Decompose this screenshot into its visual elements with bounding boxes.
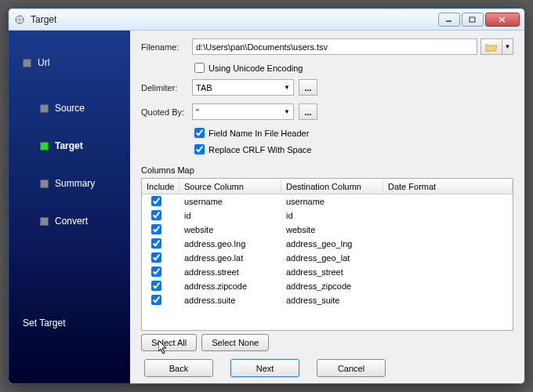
table-row[interactable]: idid bbox=[142, 209, 513, 223]
destination-cell: address_zipcode bbox=[281, 281, 383, 292]
replace-crlf-row: Replace CRLF With Space bbox=[194, 144, 513, 154]
columns-map-label: Columns Map bbox=[141, 165, 513, 175]
titlebar[interactable]: Target bbox=[9, 9, 524, 31]
table-row[interactable]: address.suiteaddress_suite bbox=[142, 293, 513, 307]
fieldname-checkbox[interactable] bbox=[194, 128, 205, 138]
sidebar-label-convert: Convert bbox=[55, 216, 88, 227]
quoted-combo[interactable]: " ▼ bbox=[192, 103, 294, 120]
dateformat-cell bbox=[383, 229, 513, 230]
filename-dropdown-button[interactable]: ▼ bbox=[502, 38, 513, 55]
window-title: Target bbox=[31, 14, 437, 25]
dateformat-cell bbox=[383, 271, 513, 273]
next-button[interactable]: Next bbox=[230, 359, 299, 377]
delimiter-label: Delimiter: bbox=[141, 83, 192, 93]
include-checkbox[interactable] bbox=[151, 281, 161, 291]
include-checkbox[interactable] bbox=[151, 267, 161, 277]
dateformat-cell bbox=[383, 299, 513, 301]
table-row[interactable]: address.geo.lngaddress_geo_lng bbox=[142, 237, 513, 251]
table-row[interactable]: address.zipcodeaddress_zipcode bbox=[142, 279, 513, 293]
table-row[interactable]: websitewebsite bbox=[142, 223, 513, 237]
sidebar-item-url[interactable]: Url bbox=[23, 57, 130, 68]
grid-header: Include Source Column Destination Column… bbox=[142, 179, 513, 194]
source-cell: website bbox=[179, 224, 281, 235]
delimiter-value: TAB bbox=[196, 83, 212, 93]
node-icon bbox=[23, 59, 31, 67]
folder-open-icon bbox=[485, 42, 498, 53]
destination-cell: address_geo_lat bbox=[281, 252, 383, 263]
filename-input[interactable] bbox=[192, 38, 477, 55]
filename-label: Filename: bbox=[141, 42, 192, 52]
node-icon bbox=[40, 217, 49, 226]
grid-body[interactable]: usernameusernameididwebsitewebsiteaddres… bbox=[142, 194, 513, 330]
chevron-down-icon: ▼ bbox=[284, 84, 290, 91]
destination-cell: id bbox=[281, 210, 383, 221]
replace-crlf-checkbox[interactable] bbox=[194, 144, 205, 154]
sidebar-item-summary[interactable]: Summary bbox=[40, 178, 95, 189]
node-icon bbox=[40, 104, 49, 113]
fieldname-label: Field Name In File Header bbox=[208, 129, 309, 138]
dateformat-cell bbox=[383, 215, 513, 216]
dateformat-cell bbox=[383, 257, 513, 259]
source-cell: address.geo.lat bbox=[179, 252, 281, 263]
columns-grid: Include Source Column Destination Column… bbox=[141, 178, 513, 331]
unicode-label: Using Unicode Encoding bbox=[208, 64, 303, 73]
col-include[interactable]: Include bbox=[142, 180, 179, 193]
cancel-button[interactable]: Cancel bbox=[317, 359, 386, 377]
close-button[interactable] bbox=[485, 13, 520, 27]
destination-cell: address_geo_lng bbox=[281, 238, 383, 249]
table-row[interactable]: address.streetaddress_street bbox=[142, 265, 513, 279]
replace-crlf-label: Replace CRLF With Space bbox=[208, 145, 311, 154]
source-cell: username bbox=[179, 196, 281, 207]
sidebar-label-source: Source bbox=[55, 103, 85, 114]
include-checkbox[interactable] bbox=[151, 238, 161, 249]
quoted-value: " bbox=[196, 107, 199, 117]
include-checkbox[interactable] bbox=[151, 196, 161, 206]
node-icon-active bbox=[40, 142, 49, 151]
minimize-button[interactable] bbox=[438, 13, 460, 27]
col-source[interactable]: Source Column bbox=[179, 180, 281, 193]
quoted-label: Quoted By: bbox=[141, 107, 192, 117]
destination-cell: address_suite bbox=[281, 295, 383, 306]
sidebar-label-summary: Summary bbox=[55, 178, 95, 189]
col-destination[interactable]: Destination Column bbox=[281, 180, 383, 193]
include-checkbox[interactable] bbox=[151, 252, 161, 263]
table-row[interactable]: address.geo.lataddress_geo_lat bbox=[142, 251, 513, 265]
chevron-down-icon: ▼ bbox=[284, 108, 290, 115]
sidebar-label-target: Target bbox=[55, 140, 83, 151]
node-icon bbox=[40, 180, 49, 188]
select-all-button[interactable]: Select All bbox=[141, 334, 197, 351]
delimiter-more-button[interactable]: ... bbox=[299, 79, 317, 96]
svg-rect-2 bbox=[470, 17, 475, 22]
fieldname-row: Field Name In File Header bbox=[194, 128, 513, 138]
wizard-sidebar: Url Source Target S bbox=[9, 31, 130, 383]
main-panel: Filename: ▼ Using Unicode Encoding Delim… bbox=[130, 31, 524, 383]
include-checkbox[interactable] bbox=[151, 295, 161, 305]
destination-cell: address_street bbox=[281, 267, 383, 278]
source-cell: id bbox=[179, 210, 281, 221]
source-cell: address.geo.lng bbox=[179, 238, 281, 249]
browse-button[interactable] bbox=[480, 38, 502, 55]
col-dateformat[interactable]: Date Format bbox=[383, 180, 513, 193]
dialog-window: Target Url Source bbox=[8, 8, 525, 384]
sidebar-label-url: Url bbox=[38, 57, 49, 68]
back-button[interactable]: Back bbox=[144, 359, 213, 377]
select-none-button[interactable]: Select None bbox=[201, 334, 269, 351]
destination-cell: website bbox=[281, 224, 383, 235]
delimiter-combo[interactable]: TAB ▼ bbox=[192, 79, 294, 96]
dateformat-cell bbox=[383, 201, 513, 202]
include-checkbox[interactable] bbox=[151, 224, 161, 234]
dateformat-cell bbox=[383, 243, 513, 245]
table-row[interactable]: usernameusername bbox=[142, 194, 513, 209]
quoted-more-button[interactable]: ... bbox=[299, 103, 317, 120]
source-cell: address.suite bbox=[179, 295, 281, 306]
source-cell: address.zipcode bbox=[179, 281, 281, 292]
sidebar-item-convert[interactable]: Convert bbox=[40, 216, 95, 227]
include-checkbox[interactable] bbox=[151, 210, 161, 220]
sidebar-item-target[interactable]: Target bbox=[40, 140, 95, 151]
dateformat-cell bbox=[383, 285, 513, 287]
app-icon bbox=[13, 13, 26, 26]
unicode-row: Using Unicode Encoding bbox=[194, 63, 513, 73]
unicode-checkbox[interactable] bbox=[194, 63, 205, 73]
sidebar-item-source[interactable]: Source bbox=[40, 103, 95, 114]
maximize-button[interactable] bbox=[462, 13, 484, 27]
